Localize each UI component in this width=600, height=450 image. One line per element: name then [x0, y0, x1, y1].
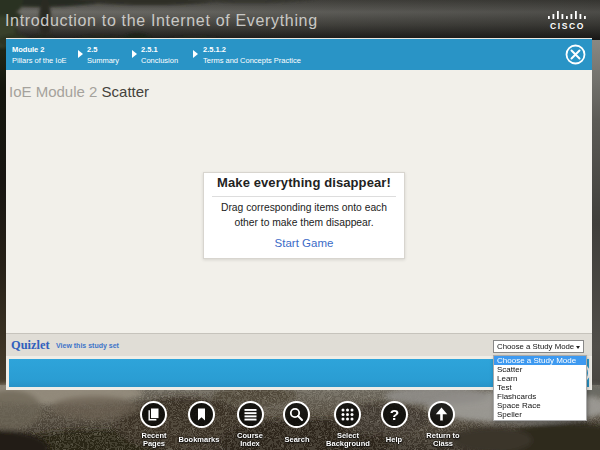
svg-text:?: ?	[390, 406, 399, 423]
svg-text:CISCO: CISCO	[550, 21, 585, 31]
